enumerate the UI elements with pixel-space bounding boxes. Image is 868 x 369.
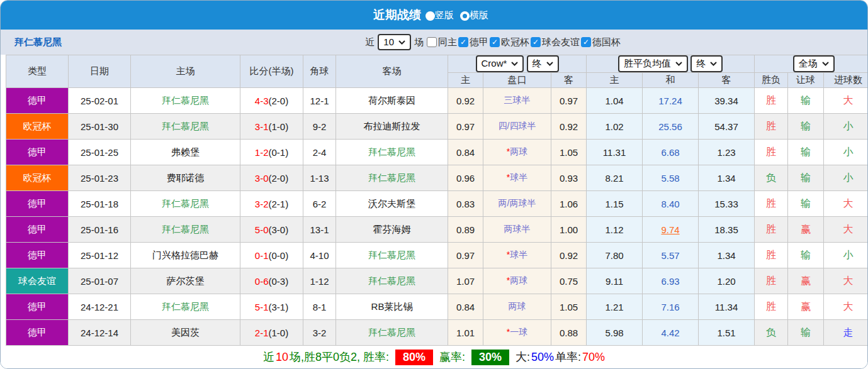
filter-controls: 近 10 场 同主✓德甲✓欧冠杯✓球会友谊✓德国杯 [365,34,621,50]
filter-checkbox[interactable]: ✓ [531,37,541,47]
score-halftime: (1-0) [269,121,289,132]
away-team: 霍芬海姆 [336,217,448,243]
avg-group-header: 胜平负均值 终 [587,55,755,73]
handicap-line: *球半 [483,165,551,191]
match-date: 25-01-23 [69,165,131,191]
layout-radio-unselected[interactable] [426,11,435,21]
avg-lose: 1.34 [699,165,755,191]
avg-draw: 8.40 [643,191,699,217]
corner-score: 9-2 [303,114,336,140]
match-date: 25-01-30 [69,114,131,140]
odds-period-value: 终 [533,57,542,70]
away-team: 拜仁慕尼黑 [336,320,448,346]
summary-text: 70% [582,351,605,364]
filter-checkbox[interactable]: ✓ [458,37,468,47]
sub-header-handicap: 盘口 [483,73,551,88]
odds-period-select[interactable]: 终 [527,55,559,72]
result-goals: 大 [824,88,868,114]
odds-away: 1.06 [551,191,587,217]
odds-home: 0.89 [448,217,483,243]
filter-checkbox[interactable]: ✓ [490,37,500,47]
match-row: 德甲 25-02-01 拜仁慕尼黑 4-3(2-0) 12-1 荷尔斯泰因 0.… [6,88,868,114]
corner-score: 13-1 [303,217,336,243]
odds-home: 0.92 [448,88,483,114]
result-handicap: 赢 [788,217,824,243]
match-score: 0-1(0-0) [240,243,303,268]
layout-radio-label[interactable]: 横版 [470,9,488,20]
result-outcome: 胜 [755,217,788,243]
sub-header-avg-draw: 和 [643,73,699,88]
avg-lose: 39.34 [699,88,755,114]
col-header-corner: 角球 [303,55,336,88]
avg-lose: 18.35 [699,217,755,243]
sub-header-odds-away: 客 [551,73,587,88]
result-goals: 小 [824,114,868,140]
handicap-star: * [507,327,510,337]
result-goals: 大 [824,217,868,243]
result-handicap: 输 [788,243,824,268]
avg-win: 5.98 [587,320,643,346]
avg-draw: 25.56 [643,114,699,140]
scope-select[interactable]: 全场 [793,55,835,72]
score-halftime: (2-0) [269,173,289,184]
scope-value: 全场 [799,57,818,70]
score-fulltime: 2-1 [255,328,269,338]
avg-period-select[interactable]: 终 [690,55,723,72]
summary-text: 赢率: [439,350,465,365]
chevron-down-icon [511,62,518,66]
summary-bar: 近10场,胜8平0负2, 胜率:80%赢率:30%大:50% 单率:70% [1,346,867,368]
match-count-select[interactable]: 10 [378,34,411,50]
score-fulltime: 5-0 [255,224,269,235]
odds-source-select[interactable]: Crow* [476,55,524,72]
avg-period-value: 终 [696,57,706,70]
layout-radio-selected[interactable] [460,11,470,21]
avg-type-select[interactable]: 胜平负均值 [618,55,688,72]
match-score: 3-0(2-0) [240,165,303,191]
avg-win: 1.15 [587,191,643,217]
corner-score: 1-12 [303,268,336,294]
result-handicap: 输 [788,114,824,140]
team-name-heading: 拜仁慕尼黑 [14,36,62,48]
score-halftime: (0-0) [269,250,289,261]
match-type-badge: 德甲 [6,243,69,268]
filter-bar: 拜仁慕尼黑 近 10 场 同主✓德甲✓欧冠杯✓球会友谊✓德国杯 [1,30,867,55]
radio-dot-icon [428,14,432,18]
match-score: 0-6(0-3) [240,268,303,294]
away-team: RB莱比锡 [336,294,448,320]
summary-percent-badge: 30% [471,350,509,365]
avg-win: 8.21 [587,165,643,191]
layout-radio-label[interactable]: 竖版 [435,9,454,20]
score-halftime: (1-0) [269,328,289,338]
result-outcome: 胜 [755,191,788,217]
avg-win: 7.80 [587,243,643,268]
corner-score: 1-13 [303,165,336,191]
match-row: 德甲 25-01-12 门兴格拉德巴赫 0-1(0-0) 4-10 拜仁慕尼黑 … [6,243,868,268]
result-handicap: 输 [788,165,824,191]
avg-win: 9.11 [587,268,643,294]
match-row: 德甲 25-01-16 拜仁慕尼黑 5-0(3-0) 13-1 霍芬海姆 0.8… [6,217,868,243]
odds-home: 1.07 [448,268,483,294]
avg-lose: 1.51 [699,320,755,346]
filter-checkbox[interactable] [427,37,437,47]
match-date: 25-01-07 [69,268,131,294]
match-type-badge: 德甲 [6,191,69,217]
result-goals: 大 [824,191,868,217]
score-halftime: (0-3) [269,276,289,287]
home-team: 弗赖堡 [131,140,240,165]
avg-draw: 9.74 [643,217,699,243]
results-table: 类型 日期 主场 比分(半场) 角球 客场 Crow* 终 [6,55,868,346]
filter-checkbox[interactable]: ✓ [581,37,591,47]
col-header-score: 比分(半场) [240,55,303,88]
handicap-star: * [507,172,510,182]
score-fulltime: 1-2 [255,147,269,158]
match-row: 德甲 25-01-25 弗赖堡 1-2(0-1) 2-4 拜仁慕尼黑 0.84 … [6,140,868,165]
home-team: 拜仁慕尼黑 [131,217,240,243]
away-team: 拜仁慕尼黑 [336,268,448,294]
match-score: 4-3(2-0) [240,88,303,114]
handicap-line: 三球半 [483,88,551,114]
score-halftime: (0-1) [269,147,289,158]
match-date: 25-01-16 [69,217,131,243]
home-team: 费耶诺德 [131,165,240,191]
corner-score: 8-1 [303,294,336,320]
page-title: 近期战绩 [373,7,421,23]
